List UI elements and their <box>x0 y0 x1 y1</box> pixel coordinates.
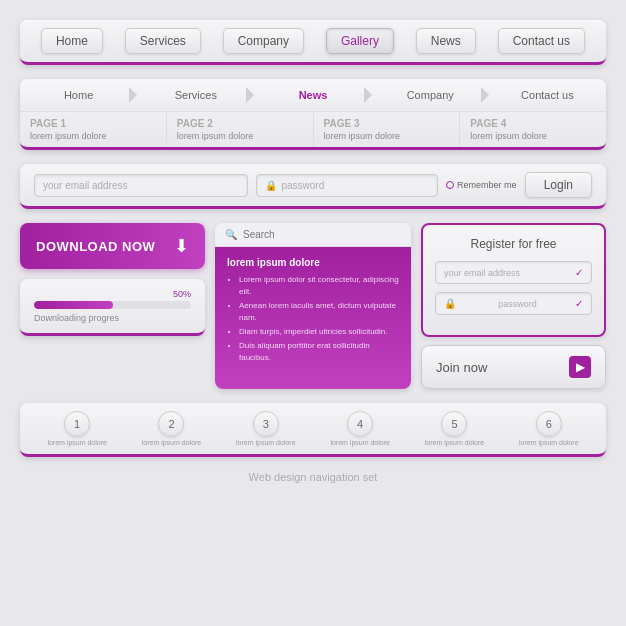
footer-label: Web design navigation set <box>249 471 378 483</box>
pagination-item[interactable]: 3lorem ipsum dolore <box>236 411 296 446</box>
page-circle: 6 <box>536 411 562 437</box>
content-block: lorem ipsum dolore Lorem ipsum dolor sit… <box>215 247 411 389</box>
page-circle: 4 <box>347 411 373 437</box>
password-field[interactable]: 🔒 password <box>256 174 438 197</box>
left-column: DOWNLOAD NOW ⬇ 50% Downloading progres <box>20 223 205 389</box>
lock-icon: 🔒 <box>444 298 456 309</box>
radio-button[interactable] <box>446 181 454 189</box>
login-bar: your email address 🔒 password Remember m… <box>20 164 606 209</box>
page-num-label: PAGE 2 <box>177 118 303 129</box>
page-num-label: PAGE 3 <box>324 118 450 129</box>
register-email-field[interactable]: your email address ✓ <box>435 261 592 284</box>
nav-tab-company[interactable]: Company <box>372 85 489 105</box>
nav-tab-home[interactable]: Home <box>20 85 137 105</box>
download-label: DOWNLOAD NOW <box>36 239 155 254</box>
search-input[interactable] <box>243 229 401 240</box>
remember-me-label[interactable]: Remember me <box>446 180 517 190</box>
download-icon: ⬇ <box>174 235 189 257</box>
register-box: Register for free your email address ✓ 🔒… <box>421 223 606 337</box>
page-text: lorem ipsum dolore <box>324 131 401 141</box>
nav-tab-contact-us[interactable]: Contact us <box>489 85 606 105</box>
progress-label: Downloading progres <box>34 313 191 323</box>
page-text: lorem ipsum dolore <box>470 131 547 141</box>
pagination-bar: 1lorem ipsum dolore2lorem ipsum dolore3l… <box>20 403 606 457</box>
register-password-field[interactable]: 🔒 password ✓ <box>435 292 592 315</box>
nav-button-gallery[interactable]: Gallery <box>326 28 394 54</box>
pagination-item[interactable]: 1lorem ipsum dolore <box>47 411 107 446</box>
page-item[interactable]: PAGE 1lorem ipsum dolore <box>20 112 167 147</box>
page-num-label: PAGE 1 <box>30 118 156 129</box>
pagination-item[interactable]: 6lorem ipsum dolore <box>519 411 579 446</box>
nav-bar-1: HomeServicesCompanyGalleryNewsContact us <box>20 20 606 65</box>
nav-button-contact-us[interactable]: Contact us <box>498 28 585 54</box>
pagination-item[interactable]: 4lorem ipsum dolore <box>330 411 390 446</box>
nav-bar-2: HomeServicesNewsCompanyContact us PAGE 1… <box>20 79 606 150</box>
progress-bar-fill <box>34 301 113 309</box>
search-bar[interactable]: 🔍 <box>215 223 411 247</box>
page-item-label: lorem ipsum dolore <box>236 439 296 446</box>
content-title: lorem ipsum dolore <box>227 257 399 268</box>
right-column: Register for free your email address ✓ 🔒… <box>421 223 606 389</box>
nav-button-company[interactable]: Company <box>223 28 304 54</box>
bottom-row: DOWNLOAD NOW ⬇ 50% Downloading progres 🔍… <box>20 223 606 389</box>
email-field[interactable]: your email address <box>34 174 248 197</box>
page-circle: 1 <box>64 411 90 437</box>
page-text: lorem ipsum dolore <box>30 131 107 141</box>
pagination-item[interactable]: 5lorem ipsum dolore <box>425 411 485 446</box>
page-item-label: lorem ipsum dolore <box>47 439 107 446</box>
lock-icon: 🔒 <box>265 180 277 191</box>
page-circle: 2 <box>158 411 184 437</box>
progress-bar-background <box>34 301 191 309</box>
nav-tab-services[interactable]: Services <box>137 85 254 105</box>
page-item-label: lorem ipsum dolore <box>142 439 202 446</box>
download-button[interactable]: DOWNLOAD NOW ⬇ <box>20 223 205 269</box>
page-circle: 5 <box>441 411 467 437</box>
nav-bar-2-tabs: HomeServicesNewsCompanyContact us <box>20 79 606 111</box>
nav-tab-news[interactable]: News <box>254 85 371 105</box>
progress-widget: 50% Downloading progres <box>20 279 205 336</box>
arrow-right-icon: ▶ <box>569 356 591 378</box>
page-num-label: PAGE 4 <box>470 118 596 129</box>
page-item[interactable]: PAGE 4lorem ipsum dolore <box>460 112 606 147</box>
login-button[interactable]: Login <box>525 172 592 198</box>
page-item-label: lorem ipsum dolore <box>519 439 579 446</box>
pagination-item[interactable]: 2lorem ipsum dolore <box>142 411 202 446</box>
register-title: Register for free <box>435 237 592 251</box>
content-text: Lorem ipsum dolor sit consectetur, adipi… <box>227 274 399 364</box>
search-content-widget: 🔍 lorem ipsum dolore Lorem ipsum dolor s… <box>215 223 411 389</box>
nav-button-home[interactable]: Home <box>41 28 103 54</box>
join-label: Join now <box>436 360 487 375</box>
check-icon: ✓ <box>575 298 583 309</box>
page-item-label: lorem ipsum dolore <box>330 439 390 446</box>
page-item-label: lorem ipsum dolore <box>425 439 485 446</box>
page-text: lorem ipsum dolore <box>177 131 254 141</box>
progress-percent: 50% <box>34 289 191 299</box>
nav-bar-2-pages: PAGE 1lorem ipsum dolorePAGE 2lorem ipsu… <box>20 111 606 147</box>
page-circle: 3 <box>253 411 279 437</box>
page-item[interactable]: PAGE 3lorem ipsum dolore <box>314 112 461 147</box>
join-button[interactable]: Join now ▶ <box>421 345 606 389</box>
search-icon: 🔍 <box>225 229 237 240</box>
check-icon: ✓ <box>575 267 583 278</box>
nav-button-services[interactable]: Services <box>125 28 201 54</box>
nav-button-news[interactable]: News <box>416 28 476 54</box>
page-item[interactable]: PAGE 2lorem ipsum dolore <box>167 112 314 147</box>
